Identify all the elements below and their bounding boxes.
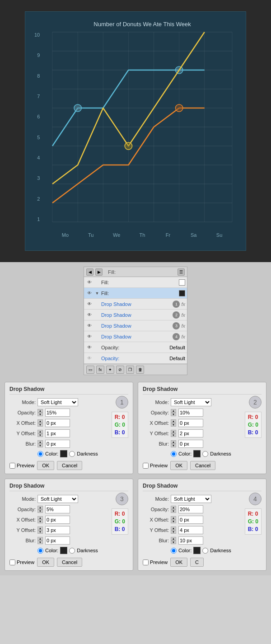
footer-btn-copy[interactable]: ❐ (126, 366, 134, 374)
layers-row-shadow-2[interactable]: 👁 Drop Shadow 2 fx (84, 310, 187, 320)
blur-spinner-4[interactable]: ▲ ▼ (171, 537, 176, 544)
down-arrow[interactable]: ▼ (37, 413, 43, 416)
darkness-radio-2[interactable] (202, 451, 208, 457)
preview-check-input-1[interactable] (9, 463, 15, 469)
footer-btn-cancel[interactable]: ⊘ (116, 366, 124, 374)
xoffset-input-4[interactable] (178, 516, 203, 524)
up-arrow[interactable]: ▲ (171, 409, 176, 413)
preview-checkbox-1[interactable]: Preview (9, 463, 34, 469)
layers-row-fill-1[interactable]: 👁 Fill: (84, 277, 187, 288)
footer-btn-rect[interactable]: ▭ (86, 366, 94, 374)
up-arrow[interactable]: ▲ (37, 409, 43, 413)
down-arrow[interactable]: ▼ (171, 423, 176, 427)
blur-input-2[interactable] (178, 440, 203, 448)
up-arrow[interactable]: ▲ (37, 537, 43, 541)
preview-check-input-3[interactable] (9, 559, 15, 565)
yoffset-input-1[interactable] (45, 429, 70, 437)
yoffset-input-4[interactable] (178, 526, 203, 534)
down-arrow[interactable]: ▼ (171, 530, 176, 534)
down-arrow[interactable]: ▼ (171, 413, 176, 416)
down-arrow[interactable]: ▼ (171, 433, 176, 437)
up-arrow[interactable]: ▲ (171, 440, 176, 444)
blur-spinner-2[interactable]: ▲ ▼ (171, 440, 176, 447)
cancel-button-2[interactable]: Cancel (190, 461, 215, 470)
opacity-input-1[interactable] (45, 409, 70, 417)
preview-check-input-2[interactable] (143, 463, 149, 469)
blur-input-4[interactable] (178, 536, 203, 545)
down-arrow[interactable]: ▼ (37, 520, 43, 523)
yoffset-spinner-2[interactable]: ▲ ▼ (171, 430, 176, 437)
color-swatch-2[interactable] (193, 450, 201, 457)
up-arrow[interactable]: ▲ (37, 506, 43, 509)
down-arrow[interactable]: ▼ (171, 541, 176, 544)
visibility-icon-5[interactable]: 👁 (86, 322, 93, 329)
xoffset-input-1[interactable] (45, 419, 70, 427)
mode-select-3[interactable]: Soft Light (37, 495, 78, 503)
visibility-icon-7[interactable]: 👁 (86, 344, 93, 351)
color-radio-3[interactable] (37, 548, 43, 554)
preview-checkbox-3[interactable]: Preview (9, 559, 34, 565)
opacity-input-3[interactable] (45, 505, 70, 513)
opacity-spinner-4[interactable]: ▲ ▼ (171, 506, 176, 513)
darkness-radio-1[interactable] (69, 451, 75, 457)
layers-nav-btn[interactable]: ◀ (86, 268, 93, 276)
layers-row-shadow-1[interactable]: 👁 Drop Shadow 1 fx (84, 299, 187, 310)
color-radio-4[interactable] (171, 548, 177, 554)
mode-select-2[interactable]: Soft Light (171, 398, 211, 406)
layers-row-shadow-4[interactable]: 👁 Drop Shadow 4 fx (84, 331, 187, 342)
yoffset-spinner-3[interactable]: ▲ ▼ (37, 526, 43, 534)
up-arrow[interactable]: ▲ (171, 419, 176, 423)
blur-spinner-1[interactable]: ▲ ▼ (37, 440, 43, 447)
blur-spinner-3[interactable]: ▲ ▼ (37, 537, 43, 544)
up-arrow[interactable]: ▲ (37, 419, 43, 423)
visibility-icon-1[interactable]: 👁 (86, 279, 93, 286)
opacity-input-2[interactable] (178, 409, 203, 417)
color-radio-2[interactable] (171, 451, 177, 457)
layers-nav-btn-2[interactable]: ▶ (95, 268, 103, 276)
xoffset-spinner-4[interactable]: ▲ ▼ (171, 516, 176, 523)
preview-checkbox-4[interactable]: Preview (143, 559, 168, 565)
opacity-input-4[interactable] (178, 505, 203, 513)
opacity-spinner-1[interactable]: ▲ ▼ (37, 409, 43, 416)
opacity-spinner-2[interactable]: ▲ ▼ (171, 409, 176, 416)
visibility-icon-8[interactable]: 👁 (86, 355, 93, 362)
layers-row-opacity-1[interactable]: 👁 Opacity: Default (84, 342, 187, 353)
xoffset-spinner-1[interactable]: ▲ ▼ (37, 419, 43, 427)
xoffset-input-3[interactable] (45, 516, 70, 524)
visibility-icon-4[interactable]: 👁 (86, 311, 93, 319)
yoffset-input-2[interactable] (178, 429, 203, 437)
down-arrow[interactable]: ▼ (37, 423, 43, 427)
cancel-button-3[interactable]: Cancel (57, 558, 82, 567)
layers-row-fill-2[interactable]: 👁 ▼ Fill: (84, 288, 187, 299)
down-arrow[interactable]: ▼ (37, 444, 43, 447)
layers-row-shadow-3[interactable]: 👁 Drop Shadow 3 fx (84, 320, 187, 331)
darkness-radio-3[interactable] (69, 548, 75, 554)
down-arrow[interactable]: ▼ (171, 520, 176, 523)
down-arrow[interactable]: ▼ (37, 509, 43, 513)
color-swatch-4[interactable] (193, 547, 201, 554)
up-arrow[interactable]: ▲ (171, 526, 176, 530)
opacity-spinner-3[interactable]: ▲ ▼ (37, 506, 43, 513)
down-arrow[interactable]: ▼ (171, 509, 176, 513)
down-arrow[interactable]: ▼ (171, 444, 176, 447)
up-arrow[interactable]: ▲ (37, 430, 43, 433)
xoffset-spinner-2[interactable]: ▲ ▼ (171, 419, 176, 427)
footer-btn-fx[interactable]: fx (96, 366, 104, 374)
down-arrow[interactable]: ▼ (37, 541, 43, 544)
footer-btn-trash[interactable]: 🗑 (136, 366, 144, 374)
cancel-button-4[interactable]: C (190, 558, 204, 567)
ok-button-4[interactable]: OK (170, 558, 187, 567)
visibility-icon-3[interactable]: 👁 (86, 301, 93, 308)
visibility-icon-6[interactable]: 👁 (86, 333, 93, 340)
layers-menu-btn[interactable]: ☰ (178, 268, 185, 276)
up-arrow[interactable]: ▲ (171, 516, 176, 520)
up-arrow[interactable]: ▲ (37, 526, 43, 530)
xoffset-input-2[interactable] (178, 419, 203, 427)
down-arrow[interactable]: ▼ (37, 433, 43, 437)
color-swatch-1[interactable] (60, 450, 67, 457)
preview-checkbox-2[interactable]: Preview (143, 463, 168, 469)
blur-input-3[interactable] (45, 536, 70, 545)
mode-select-1[interactable]: Soft Light (37, 398, 78, 406)
visibility-icon-2[interactable]: 👁 (86, 290, 93, 297)
up-arrow[interactable]: ▲ (171, 506, 176, 509)
